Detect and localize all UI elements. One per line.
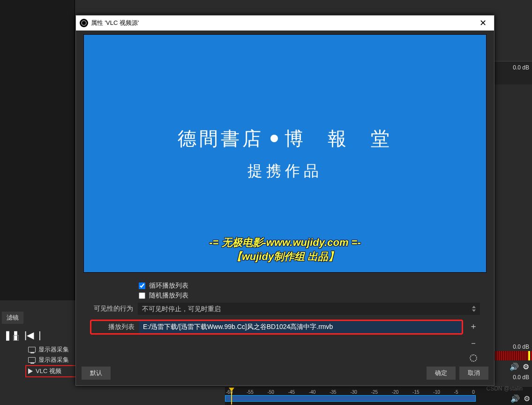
speaker-icon[interactable]: 🔊 (510, 362, 519, 371)
monitor-icon (28, 357, 36, 363)
ok-button[interactable]: 确定 (427, 367, 456, 380)
visibility-label: 可见性的行为 (90, 305, 133, 313)
obs-left-controls: 滤镜 ❚❚ |◀ | (0, 310, 84, 343)
chevron-up-icon (472, 306, 476, 308)
visibility-value: 不可见时停止，可见时重启 (142, 305, 221, 313)
gear-icon[interactable]: ⚙ (524, 394, 530, 403)
shuffle-playlist-checkbox[interactable] (139, 292, 145, 299)
panel-layout-icon[interactable] (13, 335, 19, 341)
gear-icon[interactable] (470, 354, 477, 362)
playlist-label: 播放列表 (91, 321, 139, 333)
playlist-highlight-box: 播放列表 E:/迅雷下载/[迅雷下载Www.99b.Cc]风之谷BD1024高清… (90, 320, 463, 335)
visibility-behavior-row: 可见性的行为 不可见时停止，可见时重启 (90, 303, 480, 315)
dialog-body: 德間書店 博 報 堂 提携作品 -= 无极电影-www.wujidy.com =… (76, 31, 494, 362)
next-partial-icon[interactable]: | (38, 330, 41, 341)
preview-subtitle: -= 无极电影-www.wujidy.com =- 【wujidy制作组 出品】 (209, 236, 361, 264)
visibility-dropdown[interactable]: 不可见时停止，可见时重启 (138, 303, 480, 315)
playlist-item[interactable]: E:/迅雷下载/[迅雷下载Www.99b.Cc]风之谷BD1024高清中字.rm… (139, 321, 462, 333)
playlist-side-buttons: ＋ － (467, 320, 480, 362)
shuffle-playlist-label: 随机播放列表 (149, 291, 188, 300)
obs-preview-area (0, 0, 75, 300)
defaults-button[interactable]: 默认 (82, 367, 111, 380)
source-label: 显示器采集 (38, 356, 69, 364)
source-label: 显示器采集 (38, 345, 69, 354)
dialog-titlebar[interactable]: 属性 'VLC 视频源' ✕ (76, 15, 494, 31)
timeline-ticks: -60 -55 -50 -45 -40 -35 -30 -25 -20 -15 … (225, 390, 476, 395)
speaker-icon[interactable]: 🔊 (510, 394, 520, 403)
playhead-icon[interactable] (229, 388, 234, 391)
close-icon[interactable]: ✕ (476, 16, 490, 30)
video-preview: 德間書店 博 報 堂 提携作品 -= 无极电影-www.wujidy.com =… (83, 34, 487, 273)
watermark-text: CSDN @stalin (486, 385, 523, 392)
timeline-track[interactable] (225, 395, 476, 402)
shuffle-playlist-row: 随机播放列表 (139, 291, 480, 300)
filters-button[interactable]: 滤镜 (2, 312, 23, 324)
gear-icon[interactable]: ⚙ (523, 362, 529, 371)
cancel-button[interactable]: 取消 (459, 367, 488, 380)
obs-logo-icon (80, 19, 88, 27)
prev-icon[interactable]: |◀ (24, 329, 34, 341)
loop-playlist-checkbox[interactable] (139, 283, 145, 289)
dialog-title: 属性 'VLC 视频源' (91, 19, 139, 27)
chevron-down-icon (472, 309, 476, 312)
circle-separator-icon (270, 135, 278, 142)
loop-playlist-label: 循环播放列表 (149, 282, 188, 290)
add-icon[interactable]: ＋ (469, 321, 478, 332)
loop-playlist-row: 循环播放列表 (139, 282, 480, 290)
preview-title-line2: 提携作品 (247, 161, 322, 182)
form-area: 循环播放列表 随机播放列表 可见性的行为 不可见时停止，可见时重启 播放列表 E… (82, 277, 488, 362)
monitor-icon (28, 347, 36, 352)
transport-controls: ❚❚ |◀ | (0, 328, 84, 343)
playlist-row: 播放列表 E:/迅雷下载/[迅雷下载Www.99b.Cc]风之谷BD1024高清… (90, 320, 480, 362)
play-icon (28, 368, 33, 374)
preview-title-line1: 德間書店 博 報 堂 (178, 126, 392, 152)
dialog-footer: 默认 确定 取消 (76, 362, 494, 385)
source-label: VLC 视频 (36, 367, 61, 375)
remove-icon[interactable]: － (469, 337, 478, 349)
properties-dialog: 属性 'VLC 视频源' ✕ 德間書店 博 報 堂 提携作品 -= 无极电影-w… (75, 15, 495, 386)
